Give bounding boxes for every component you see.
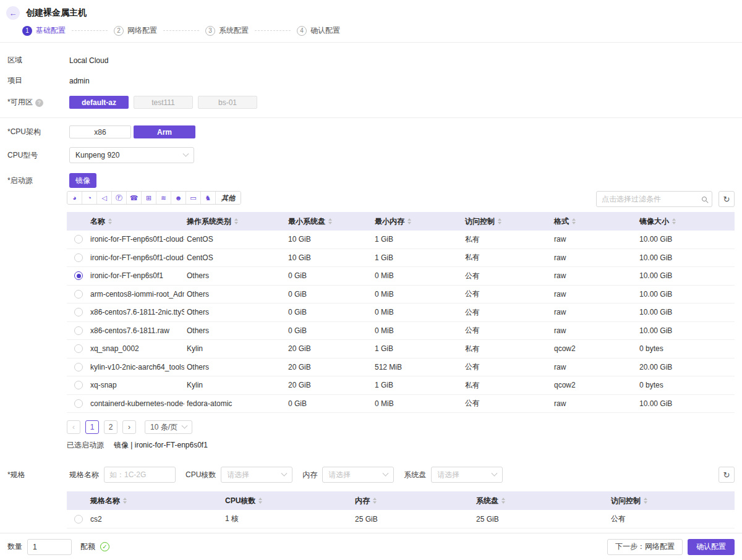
- sort-icon[interactable]: [258, 498, 262, 504]
- image-size: 10.00 GiB: [637, 399, 735, 408]
- radio-button[interactable]: [74, 515, 83, 524]
- az-option-bs-01[interactable]: bs-01: [198, 96, 257, 109]
- sort-icon[interactable]: [328, 218, 332, 224]
- image-table: 名称 操作系统类别 最小系统盘 最小内存 访问控制 格式 镜像大小 ironic…: [67, 212, 735, 413]
- sort-icon[interactable]: [234, 218, 238, 224]
- image-size: 10.00 GiB: [637, 235, 735, 244]
- step-confirm-config[interactable]: 4 确认配置: [297, 25, 340, 36]
- sort-icon[interactable]: [498, 218, 501, 224]
- python-icon[interactable]: ≋: [156, 192, 171, 204]
- image-size: 20.00 GiB: [637, 363, 735, 371]
- radio-button[interactable]: [74, 308, 83, 316]
- debian-icon[interactable]: ◔: [82, 192, 97, 204]
- sort-icon[interactable]: [373, 498, 377, 504]
- image-size: 10.00 GiB: [637, 308, 735, 316]
- radio-button[interactable]: [74, 326, 83, 335]
- centos-icon[interactable]: ◕: [67, 192, 82, 204]
- page-2-button[interactable]: 2: [104, 420, 117, 434]
- radio-button[interactable]: [74, 253, 83, 262]
- radio-button[interactable]: [74, 235, 83, 244]
- next-page-button[interactable]: ›: [122, 420, 136, 434]
- image-min-disk: 20 GiB: [286, 381, 372, 389]
- image-row[interactable]: containerd-kubernetes-node-ima... fedora…: [67, 395, 735, 414]
- image-row[interactable]: xq_snap_0002 Kylin 20 GiB 1 GiB 私有 qcow2…: [67, 340, 735, 358]
- image-access: 私有: [463, 252, 552, 263]
- radio-button[interactable]: [74, 363, 83, 371]
- flavor-name-label: 规格名称: [69, 470, 99, 480]
- image-min-disk: 20 GiB: [286, 363, 372, 371]
- sort-icon[interactable]: [123, 498, 127, 504]
- flavor-ram-select[interactable]: 请选择: [322, 467, 394, 483]
- image-name: xq_snap_0002: [88, 344, 184, 353]
- flavor-refresh-button[interactable]: ↻: [719, 467, 735, 483]
- image-access: 公有: [463, 271, 552, 281]
- flavor-name-input[interactable]: [104, 467, 176, 483]
- col-size: 镜像大小: [639, 217, 669, 226]
- step-label: 基础配置: [36, 25, 66, 36]
- image-filter-input[interactable]: [602, 195, 698, 203]
- sort-icon[interactable]: [108, 218, 112, 224]
- image-access: 公有: [463, 307, 552, 318]
- cpu-arch-option-arm[interactable]: Arm: [134, 125, 195, 138]
- cpu-arch-option-x86[interactable]: x86: [69, 125, 131, 138]
- image-row[interactable]: x86-centos7.6-1811-2nic.ttyS1.cl... Othe…: [67, 303, 735, 322]
- radio-button[interactable]: [74, 399, 83, 408]
- sort-icon[interactable]: [644, 498, 647, 504]
- az-option-default-az[interactable]: default-az: [69, 96, 129, 109]
- back-button[interactable]: ←: [6, 6, 20, 20]
- freebsd-icon[interactable]: ♞: [201, 192, 216, 204]
- count-input[interactable]: [27, 539, 72, 555]
- image-row[interactable]: x86-centos7.6-1811.raw Others 0 GiB 0 Mi…: [67, 322, 735, 341]
- image-min-disk: 0 GiB: [286, 290, 372, 299]
- tux-icon[interactable]: ☻: [171, 192, 186, 204]
- image-row[interactable]: ironic-for-FT-enp6s0f1-cloud-init CentOS…: [67, 249, 735, 268]
- image-refresh-button[interactable]: ↻: [719, 191, 735, 207]
- image-min-ram: 1 GiB: [372, 235, 463, 244]
- image-row-selected[interactable]: ironic-for-FT-enp6s0f1 Others 0 GiB 0 Mi…: [67, 267, 735, 286]
- image-format: raw: [552, 326, 637, 335]
- az-label: *可用区: [7, 98, 33, 106]
- ubuntu-icon[interactable]: ◁: [97, 192, 112, 204]
- image-filter-box[interactable]: [596, 191, 712, 207]
- sort-icon[interactable]: [501, 498, 505, 504]
- flavor-disk-select[interactable]: 请选择: [431, 467, 503, 483]
- radio-button-checked[interactable]: [74, 271, 83, 280]
- image-access: 私有: [463, 344, 552, 354]
- image-row[interactable]: kylin-v10-2nic-aarch64_tools-wit... Othe…: [67, 358, 735, 377]
- flavor-cpu-placeholder: 请选择: [227, 470, 249, 480]
- radio-button[interactable]: [74, 290, 83, 299]
- step-network-config[interactable]: 2 网络配置: [114, 25, 157, 36]
- step-basic-config[interactable]: 1 基础配置: [22, 25, 66, 36]
- monitor-icon[interactable]: ▭: [186, 192, 201, 204]
- sort-icon[interactable]: [407, 218, 411, 224]
- radio-button[interactable]: [74, 344, 83, 353]
- page-1-button[interactable]: 1: [85, 420, 99, 434]
- page-size-select[interactable]: 10 条/页: [145, 420, 192, 434]
- flavor-row[interactable]: cs2 1 核 25 GiB 25 GiB 公有: [67, 510, 735, 528]
- boot-source-image-button[interactable]: 镜像: [69, 173, 96, 188]
- sort-icon[interactable]: [672, 218, 676, 224]
- image-min-disk: 10 GiB: [286, 235, 372, 244]
- col-flavor-access: 访问控制: [611, 496, 641, 505]
- confirm-config-button[interactable]: 确认配置: [688, 539, 735, 555]
- opensuse-icon[interactable]: ☎: [127, 192, 142, 204]
- info-icon[interactable]: ?: [35, 99, 43, 107]
- next-step-button[interactable]: 下一步：网络配置: [607, 539, 683, 555]
- image-row[interactable]: xq-snap Kylin 20 GiB 1 GiB 私有 qcow2 0 by…: [67, 376, 735, 395]
- fedora-icon[interactable]: Ⓕ: [112, 192, 127, 204]
- image-row[interactable]: ironic-for-FT-enp6s0f1-cloud-init-... Ce…: [67, 231, 735, 249]
- os-tab-other[interactable]: 其他: [216, 192, 241, 204]
- radio-button[interactable]: [74, 381, 83, 389]
- az-option-test111[interactable]: test111: [134, 96, 193, 109]
- image-size: 10.00 GiB: [637, 290, 735, 299]
- selected-boot-label: 已选启动源: [67, 440, 104, 451]
- flavor-cpu-select[interactable]: 请选择: [221, 467, 292, 483]
- prev-page-button[interactable]: ‹: [67, 420, 80, 434]
- cpu-model-select[interactable]: Kunpeng 920: [69, 147, 194, 163]
- chevron-down-icon: [383, 470, 389, 476]
- windows-icon[interactable]: ⊞: [142, 192, 156, 204]
- sort-icon[interactable]: [572, 218, 576, 224]
- image-row[interactable]: arm-centos8-iommi-root_Admin123 Others 0…: [67, 286, 735, 304]
- step-system-config[interactable]: 3 系统配置: [205, 25, 249, 36]
- cpu-arch-row: *CPU架构 x86 Arm: [7, 125, 735, 138]
